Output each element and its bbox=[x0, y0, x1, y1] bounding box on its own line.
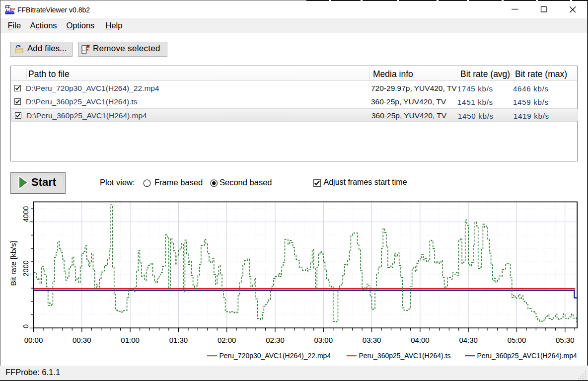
svg-text:03:00: 03:00 bbox=[314, 336, 333, 344]
svg-text:Peru_360p25_AVC1(H264).ts: Peru_360p25_AVC1(H264).ts bbox=[359, 352, 451, 360]
svg-text:0: 0 bbox=[22, 324, 30, 328]
svg-text:00:00: 00:00 bbox=[24, 336, 43, 344]
svg-text:00:30: 00:30 bbox=[73, 336, 91, 344]
svg-text:2000: 2000 bbox=[22, 260, 30, 276]
svg-text:Peru_360p25_AVC1(H264).mp4: Peru_360p25_AVC1(H264).mp4 bbox=[477, 352, 578, 360]
svg-text:02:00: 02:00 bbox=[218, 336, 236, 344]
svg-text:01:30: 01:30 bbox=[169, 336, 188, 344]
svg-text:04:00: 04:00 bbox=[411, 336, 430, 344]
svg-text:4000: 4000 bbox=[22, 206, 30, 222]
svg-text:05:30: 05:30 bbox=[556, 336, 575, 344]
svg-text:05:00: 05:00 bbox=[508, 336, 526, 344]
svg-text:01:00: 01:00 bbox=[121, 336, 140, 344]
svg-text:Bit rate [kb/s]: Bit rate [kb/s] bbox=[9, 241, 17, 286]
svg-text:02:30: 02:30 bbox=[266, 336, 285, 344]
svg-text:Peru_720p30_AVC1(H264)_22.mp4: Peru_720p30_AVC1(H264)_22.mp4 bbox=[220, 352, 331, 360]
svg-text:04:30: 04:30 bbox=[459, 336, 478, 344]
svg-text:03:30: 03:30 bbox=[363, 336, 381, 344]
